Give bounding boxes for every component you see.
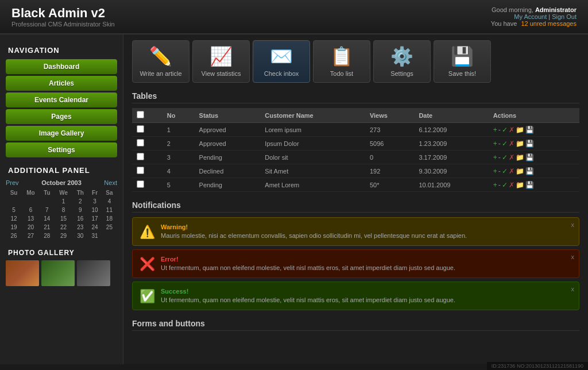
- cal-prev[interactable]: Prev: [6, 179, 19, 186]
- calendar-panel: Additional Panel Prev October 2003 Next …: [6, 166, 117, 240]
- calendar-day[interactable]: 29: [55, 232, 72, 240]
- nav-settings[interactable]: Settings: [6, 142, 117, 157]
- calendar-day[interactable]: 9: [72, 206, 88, 214]
- qa-view-statistics[interactable]: 📈 View statistics: [192, 40, 250, 83]
- calendar-day[interactable]: 27: [22, 232, 40, 240]
- row-checkbox[interactable]: [137, 180, 144, 188]
- calendar-day[interactable]: 14: [40, 214, 55, 223]
- td-no: 3: [163, 151, 195, 164]
- row-checkbox[interactable]: [137, 125, 144, 133]
- action-check[interactable]: ✓: [502, 140, 508, 148]
- row-checkbox[interactable]: [137, 139, 144, 147]
- qa-check-inbox[interactable]: ✉️ Check inbox: [253, 40, 310, 83]
- action-add[interactable]: +: [493, 126, 497, 134]
- action-disk[interactable]: 💾: [525, 126, 534, 134]
- action-delete[interactable]: ✗: [509, 181, 514, 189]
- action-folder[interactable]: 📁: [516, 167, 524, 175]
- calendar-day[interactable]: 19: [6, 223, 22, 232]
- th-checkbox: [132, 108, 163, 123]
- cal-dow-tu: Tu: [40, 188, 55, 197]
- action-minus[interactable]: -: [498, 153, 501, 161]
- row-checkbox[interactable]: [137, 153, 144, 160]
- calendar-day[interactable]: 8: [55, 206, 72, 214]
- nav-dashboard[interactable]: Dashboard: [6, 59, 117, 74]
- qa-write-article[interactable]: ✏️ Write an article: [132, 40, 189, 83]
- nav-articles[interactable]: Articles: [6, 76, 117, 91]
- calendar-day[interactable]: 15: [55, 214, 72, 223]
- action-folder[interactable]: 📁: [516, 126, 524, 134]
- td-views: 5096: [365, 137, 415, 151]
- tables-section: Tables No Status Customer Name Views Dat…: [132, 91, 579, 192]
- action-delete[interactable]: ✗: [509, 140, 514, 148]
- calendar-day[interactable]: 11: [102, 206, 117, 214]
- action-delete[interactable]: ✗: [509, 126, 514, 134]
- action-disk[interactable]: 💾: [525, 181, 534, 189]
- action-folder[interactable]: 📁: [516, 181, 524, 189]
- header: Black Admin v2 Professional CMS Administ…: [0, 0, 588, 34]
- notif-error-close[interactable]: x: [571, 253, 575, 260]
- notif-success-title: Success!: [161, 288, 455, 295]
- calendar-day[interactable]: 28: [40, 232, 55, 240]
- calendar-day[interactable]: 2: [72, 197, 88, 206]
- select-all-checkbox[interactable]: [137, 111, 144, 118]
- my-account-link[interactable]: My Account: [514, 13, 547, 20]
- action-minus[interactable]: -: [498, 167, 501, 175]
- calendar-day[interactable]: 25: [102, 223, 117, 232]
- cal-dow-su: Su: [6, 188, 22, 197]
- action-folder[interactable]: 📁: [516, 153, 524, 161]
- nav-image-gallery[interactable]: Image Gallery: [6, 126, 117, 141]
- cal-next[interactable]: Next: [104, 179, 117, 186]
- action-check[interactable]: ✓: [502, 126, 508, 134]
- qa-settings[interactable]: ⚙️ Settings: [373, 40, 431, 83]
- action-minus[interactable]: -: [498, 140, 501, 148]
- calendar-day[interactable]: 12: [6, 214, 22, 223]
- action-add[interactable]: +: [493, 167, 497, 175]
- calendar-day[interactable]: 26: [6, 232, 22, 240]
- calendar-day[interactable]: 22: [55, 223, 72, 232]
- action-delete[interactable]: ✗: [509, 153, 514, 161]
- action-disk[interactable]: 💾: [525, 167, 534, 175]
- qa-save-this[interactable]: 💾 Save this!: [434, 40, 491, 83]
- calendar-day[interactable]: 3: [88, 197, 101, 206]
- calendar-day[interactable]: 21: [40, 223, 55, 232]
- action-add[interactable]: +: [493, 181, 497, 189]
- gallery-thumb-1[interactable]: [6, 260, 39, 286]
- qa-todo-list[interactable]: 📋 Todo list: [313, 40, 370, 83]
- calendar-day[interactable]: 4: [102, 197, 117, 206]
- action-delete[interactable]: ✗: [509, 167, 514, 175]
- calendar-day[interactable]: 7: [40, 206, 55, 214]
- notif-success-close[interactable]: x: [571, 286, 575, 292]
- calendar-day[interactable]: 17: [88, 214, 101, 223]
- action-check[interactable]: ✓: [502, 181, 508, 189]
- action-folder[interactable]: 📁: [516, 140, 524, 148]
- action-add[interactable]: +: [493, 140, 497, 148]
- calendar-day[interactable]: 18: [102, 214, 117, 223]
- calendar-day[interactable]: 16: [72, 214, 88, 223]
- calendar-day[interactable]: 6: [22, 206, 40, 214]
- gallery-thumb-2[interactable]: [41, 260, 75, 286]
- sign-out-link[interactable]: Sign Out: [552, 13, 577, 20]
- action-minus[interactable]: -: [498, 126, 501, 134]
- calendar-day[interactable]: 5: [6, 206, 22, 214]
- calendar-day: [102, 232, 117, 240]
- calendar-day[interactable]: 30: [72, 232, 88, 240]
- calendar-day[interactable]: 24: [88, 223, 101, 232]
- calendar-day[interactable]: 10: [88, 206, 101, 214]
- notif-warning-close[interactable]: x: [571, 221, 575, 228]
- action-check[interactable]: ✓: [502, 153, 508, 161]
- action-minus[interactable]: -: [498, 181, 501, 189]
- calendar-day[interactable]: 20: [22, 223, 40, 232]
- nav-pages[interactable]: Pages: [6, 109, 117, 124]
- row-checkbox[interactable]: [137, 167, 144, 174]
- calendar-day[interactable]: 1: [55, 197, 72, 206]
- action-disk[interactable]: 💾: [525, 153, 534, 161]
- action-disk[interactable]: 💾: [525, 140, 534, 148]
- action-check[interactable]: ✓: [502, 167, 508, 175]
- nav-events-calendar[interactable]: Events Calendar: [6, 92, 117, 107]
- calendar-day[interactable]: 31: [88, 232, 101, 240]
- action-add[interactable]: +: [493, 153, 497, 161]
- calendar-day[interactable]: 13: [22, 214, 40, 223]
- cal-dow-fr: Fr: [88, 188, 101, 197]
- gallery-thumb-3[interactable]: [77, 260, 110, 286]
- calendar-day[interactable]: 23: [72, 223, 88, 232]
